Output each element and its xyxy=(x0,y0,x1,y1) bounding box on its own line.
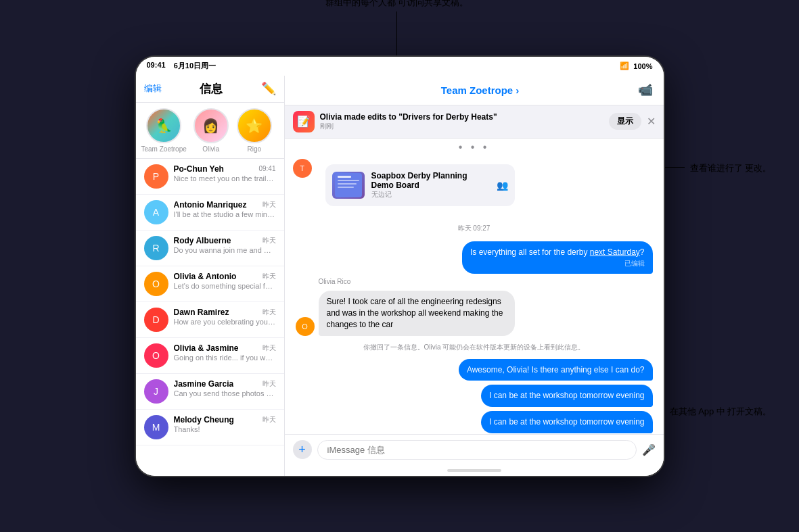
conv-time: 昨天 xyxy=(262,379,276,389)
avatar: D xyxy=(144,308,168,332)
notification-time: 刚刚 xyxy=(320,122,603,131)
message-row: Awesome, Olivia! Is there anything else … xyxy=(296,359,653,381)
shared-doc-title: Soapbox Derby Planning Demo Board xyxy=(371,171,490,190)
ipad-screen: 09:41 6月10日周一 📶 100% 编辑 信息 ✏️ xyxy=(136,57,664,476)
home-indicator xyxy=(285,465,664,476)
conv-preview: Can you send those photos again? xyxy=(174,389,276,398)
three-dots: • • • xyxy=(285,139,664,156)
message-row: I can be at the workshop tomorrow evenin… xyxy=(296,411,653,433)
conv-content: Jasmine Garcia 昨天 Can you send those pho… xyxy=(174,379,276,398)
message-bubble-sent: Awesome, Olivia! Is there anything else … xyxy=(459,359,653,381)
list-item[interactable]: O Olivia & Antonio 昨天 Let's do something… xyxy=(136,266,284,302)
conv-preview: I'll be at the studio a few minutes earl… xyxy=(174,210,276,219)
status-bar-left: 09:41 6月10日周一 xyxy=(147,61,216,71)
chat-header-right: 📹 xyxy=(638,82,653,97)
contact-row: 🦜 Team Zoetrope 👩 Olivia ⭐ Rigo xyxy=(136,103,284,159)
conv-preview: Going on this ride... if you want to com… xyxy=(174,353,276,362)
list-item[interactable]: A Antonio Manriquez 昨天 I'll be at the st… xyxy=(136,195,284,231)
status-bar: 09:41 6月10日周一 📶 100% xyxy=(136,57,664,76)
sender-name: Olivia Rico xyxy=(319,278,653,285)
video-call-icon[interactable]: 📹 xyxy=(638,82,653,97)
avatar: M xyxy=(144,415,168,439)
conv-content: Dawn Ramirez 昨天 How are you celebrating … xyxy=(174,308,276,327)
conv-name: Jasmine Garcia xyxy=(174,379,234,389)
list-item[interactable]: J Jasmine Garcia 昨天 Can you send those p… xyxy=(136,374,284,410)
conv-name: Olivia & Antonio xyxy=(174,272,237,281)
status-bar-right: 📶 100% xyxy=(620,62,652,70)
chat-header: Team Zoetrope › 📹 xyxy=(285,76,664,105)
list-item[interactable]: D Dawn Ramirez 昨天 How are you celebratin… xyxy=(136,302,284,338)
compose-button[interactable]: ✏️ xyxy=(261,81,276,96)
link-text: next Saturday xyxy=(590,247,640,257)
doc-info: Soapbox Derby Planning Demo Board 无边记 xyxy=(371,171,490,199)
time-label: 昨天 09:27 xyxy=(296,224,653,233)
list-item[interactable]: P Po-Chun Yeh 09:41 Nice to meet you on … xyxy=(136,159,284,195)
notification-close-button[interactable]: ✕ xyxy=(647,115,656,128)
conv-content: Antonio Manriquez 昨天 I'll be at the stud… xyxy=(174,200,276,219)
list-item[interactable]: O Olivia & Jasmine 昨天 Going on this ride… xyxy=(136,338,284,374)
messages-area: 昨天 09:27 Is everything all set for the d… xyxy=(285,214,664,434)
add-attachment-button[interactable]: + xyxy=(293,440,312,459)
contact-label-olivia: Olivia xyxy=(202,145,219,153)
conv-content: Melody Cheung 昨天 Thanks! xyxy=(174,415,276,434)
battery-indicator: 100% xyxy=(633,62,652,70)
message-row: I can be at the workshop tomorrow evenin… xyxy=(296,385,653,407)
conv-name: Olivia & Jasmine xyxy=(174,343,239,353)
message-bubble-sent: I can be at the workshop tomorrow evenin… xyxy=(481,385,652,407)
list-item[interactable]: M Melody Cheung 昨天 Thanks! xyxy=(136,410,284,445)
message-bubble-sent: Is everything all set for the derby next… xyxy=(462,241,653,274)
contact-label-team: Team Zoetrope xyxy=(141,145,187,153)
message-bubble-sent: I can be at the workshop tomorrow evenin… xyxy=(481,411,652,433)
contact-avatar-olivia: 👩 xyxy=(193,108,229,143)
status-time: 09:41 xyxy=(147,61,166,71)
status-date: 6月10日周一 xyxy=(174,61,216,71)
notification-icon: 📝 xyxy=(293,111,315,132)
avatar: O xyxy=(144,272,168,296)
avatar: O xyxy=(296,317,315,336)
conv-name: Po-Chun Yeh xyxy=(174,164,224,174)
svg-rect-1 xyxy=(338,176,351,178)
contact-avatar-rigo: ⭐ xyxy=(237,108,272,143)
contact-item-rigo[interactable]: ⭐ Rigo xyxy=(235,108,273,153)
conv-name: Antonio Manriquez xyxy=(174,200,247,210)
message-row: O Sure! I took care of all the engineeri… xyxy=(296,291,653,335)
notification-show-button[interactable]: 显示 xyxy=(609,113,641,130)
contact-avatar-team: 🦜 xyxy=(146,108,181,143)
contact-item-olivia[interactable]: 👩 Olivia xyxy=(192,108,230,153)
messages-title: 信息 xyxy=(162,81,261,97)
svg-rect-2 xyxy=(338,180,359,181)
top-annotation: 群组中的每个人都 可访问共享文稿。 xyxy=(325,0,469,59)
notification-title: Olivia made edits to "Drivers for Derby … xyxy=(320,112,603,122)
conv-time: 昨天 xyxy=(262,343,276,353)
shared-document-card[interactable]: Soapbox Derby Planning Demo Board 无边记 👥 xyxy=(325,164,515,206)
conv-preview: Nice to meet you on the trail today xyxy=(174,174,276,183)
conv-preview: Let's do something special for Dawn at t… xyxy=(174,281,276,291)
message-bubble-received: Sure! I took care of all the engineering… xyxy=(319,291,515,335)
conv-time: 昨天 xyxy=(262,308,276,317)
message-input[interactable] xyxy=(317,440,637,460)
avatar: J xyxy=(144,379,168,404)
shared-doc-subtitle: 无边记 xyxy=(371,190,490,199)
conv-time: 昨天 xyxy=(262,415,276,425)
home-bar xyxy=(447,469,501,472)
conv-preview: Do you wanna join me and Oli for 🍳 🔍 bre… xyxy=(174,245,276,255)
notification-content: Olivia made edits to "Drivers for Derby … xyxy=(320,112,603,131)
message-row: Is everything all set for the derby next… xyxy=(296,241,653,274)
conv-preview: How are you celebrating your big day? xyxy=(174,317,276,327)
input-area: + 🎤 xyxy=(285,434,664,465)
chat-header-title[interactable]: Team Zoetrope › xyxy=(441,84,519,96)
list-item[interactable]: R Rody Albuerne 昨天 Do you wanna join me … xyxy=(136,231,284,266)
avatar: A xyxy=(144,200,168,224)
microphone-icon[interactable]: 🎤 xyxy=(642,443,656,456)
conv-time: 昨天 xyxy=(262,236,276,245)
edit-button[interactable]: 编辑 xyxy=(144,82,162,95)
chevron-icon: › xyxy=(516,84,519,96)
system-note: 你撤回了一条信息。Olivia 可能仍会在软件版本更新的设备上看到此信息。 xyxy=(296,343,653,352)
conv-content: Rody Albuerne 昨天 Do you wanna join me an… xyxy=(174,236,276,255)
svg-rect-4 xyxy=(338,187,354,188)
contact-item-team[interactable]: 🦜 Team Zoetrope xyxy=(141,108,187,153)
conv-name: Rody Albuerne xyxy=(174,236,231,245)
avatar: R xyxy=(144,236,168,260)
doc-group-icon: 👥 xyxy=(497,180,508,191)
sidebar: 编辑 信息 ✏️ 🦜 Team Zoetrope 👩 Olivia xyxy=(136,76,285,476)
